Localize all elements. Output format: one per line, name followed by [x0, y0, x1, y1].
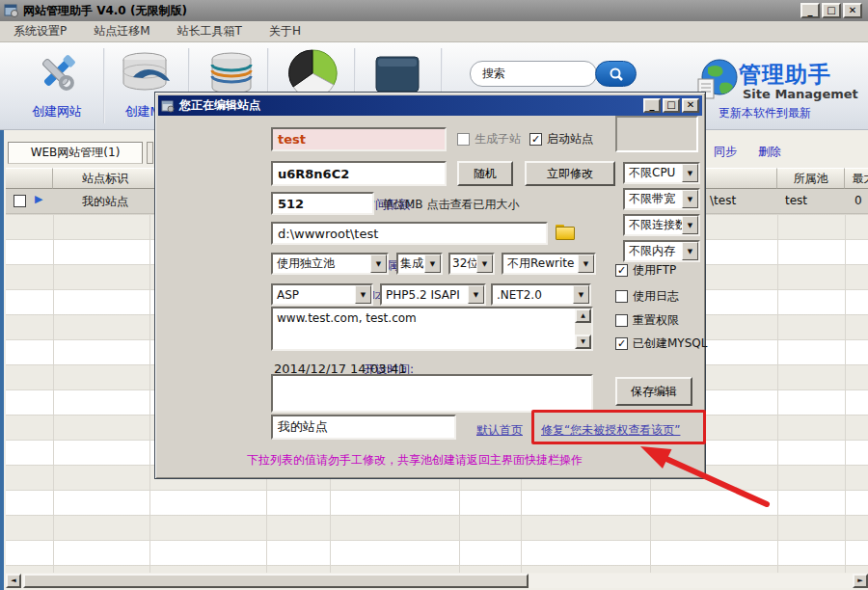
save-edit-button[interactable]: 保存编辑 — [615, 377, 692, 406]
dialog-close-button[interactable]: ✕ — [682, 98, 699, 113]
dialog-titlebar: 您正在编辑站点 _ □ ✕ — [158, 95, 702, 116]
window-titlebar: 网站管理助手 V4.0 (无限制版) _ □ ✕ — [0, 0, 868, 21]
menubar: 系统设置P 站点迁移M 站长工具箱T 关于H — [0, 21, 868, 42]
row-path: \test — [710, 194, 736, 207]
preview-box — [615, 116, 698, 152]
quota-hint[interactable]: 单位MB 点击查看已用大小 — [382, 197, 519, 213]
chevron-down-icon[interactable]: ▼ — [682, 190, 698, 208]
checkbox-box[interactable] — [615, 314, 628, 327]
chevron-down-icon[interactable]: ▼ — [424, 255, 441, 273]
select-value: 不限带宽 — [625, 191, 682, 207]
random-password-button[interactable]: 随机 — [457, 161, 513, 186]
ftp-password-input[interactable]: u6R8n6C2 — [271, 161, 447, 186]
php-select[interactable]: PHP5.2 ISAPI ▼ — [380, 283, 486, 306]
select-value: 不限连接数 — [625, 217, 682, 233]
window-maximize-button[interactable]: □ — [822, 3, 841, 18]
scrollbar-thumb[interactable] — [23, 574, 529, 588]
menu-site-migration[interactable]: 站点迁移M — [94, 23, 149, 40]
select-value: 不限CPU — [625, 165, 682, 181]
window-minimize-button[interactable]: _ — [800, 3, 820, 18]
chevron-down-icon[interactable]: ▼ — [370, 255, 387, 273]
tab-web-site-management[interactable]: WEB网站管理(1) — [8, 142, 143, 164]
scroll-left-button[interactable]: ◄ — [6, 574, 21, 588]
action-sync-link[interactable]: 同步 — [714, 144, 737, 160]
dialog-maximize-button[interactable]: □ — [663, 98, 680, 113]
bind-domain-textarea[interactable]: www.test.com, test.com ▲ ▼ — [271, 307, 593, 351]
app-window: 网站管理助手 V4.0 (无限制版) _ □ ✕ 系统设置P 站点迁移M 站长工… — [0, 0, 868, 590]
search-button[interactable] — [595, 61, 637, 87]
dialog-bottom-hint: 下拉列表的值请勿手工修改，共享池创建请返回主界面快捷栏操作 — [247, 452, 583, 469]
use-ftp-checkbox[interactable]: ✓ 使用FTP — [615, 262, 676, 279]
row-checkbox[interactable] — [14, 195, 26, 207]
checkbox-label: 使用FTP — [633, 262, 676, 279]
open-folder-icon[interactable] — [556, 225, 573, 239]
use-log-checkbox[interactable]: 使用日志 — [615, 288, 679, 305]
checkbox-box[interactable]: ✓ — [615, 264, 628, 277]
modify-now-button[interactable]: 立即修改 — [525, 161, 615, 186]
chevron-down-icon[interactable]: ▼ — [476, 255, 493, 273]
bandwidth-limit-select[interactable]: 不限带宽 ▼ — [623, 188, 700, 210]
action-delete-link[interactable]: 删除 — [758, 144, 781, 160]
select-value: PHP5.2 ISAPI — [382, 288, 468, 302]
asp-select[interactable]: ASP ▼ — [271, 283, 373, 306]
checkbox-box[interactable] — [615, 290, 628, 303]
reset-permission-checkbox[interactable]: 重置权限 — [615, 312, 679, 329]
memory-limit-select[interactable]: 不限内存 ▼ — [623, 240, 700, 262]
default-page-link[interactable]: 默认首页 — [476, 422, 523, 439]
chevron-down-icon[interactable]: ▼ — [468, 285, 484, 304]
grid-line — [777, 214, 778, 573]
checkbox-label: 启动站点 — [547, 131, 593, 148]
table-actions: 同步 删除 — [714, 144, 781, 160]
search-input[interactable]: 搜索 — [470, 61, 597, 87]
pool-select[interactable]: 使用独立池 ▼ — [271, 253, 389, 275]
cpu-limit-select[interactable]: 不限CPU ▼ — [623, 162, 700, 184]
scroll-down-button[interactable]: ▼ — [575, 335, 591, 349]
chevron-down-icon[interactable]: ▼ — [578, 255, 594, 273]
header-max[interactable]: 最大 — [845, 168, 868, 189]
window-left-border — [0, 130, 4, 590]
update-software-link[interactable]: 更新本软件到最新 — [719, 105, 811, 121]
checkbox-box[interactable]: ✓ — [615, 337, 628, 350]
row-play-icon[interactable]: ▶ — [35, 193, 42, 205]
mysql-icon — [120, 50, 174, 96]
menu-webmaster-tools[interactable]: 站长工具箱T — [177, 23, 242, 40]
ftp-quota-input[interactable]: 512 — [271, 192, 374, 215]
scroll-right-button[interactable]: ► — [853, 574, 868, 588]
ftp-root-input[interactable]: d:\wwwroot\test — [271, 222, 548, 245]
panel-icon — [375, 56, 420, 93]
checkbox-label: 已创建MYSQL — [633, 335, 707, 352]
checkbox-box[interactable]: ✓ — [529, 133, 542, 146]
checkbox-label: 生成子站 — [475, 131, 521, 148]
checkbox-box[interactable] — [457, 133, 470, 146]
site-name-input[interactable]: test — [271, 127, 447, 151]
create-site-button[interactable]: 创建网站 — [14, 50, 100, 121]
window-close-button[interactable]: ✕ — [843, 3, 862, 18]
site-tag-input[interactable]: 我的站点 — [271, 415, 456, 440]
panel-button[interactable] — [368, 56, 426, 95]
select-value: 不限内存 — [625, 243, 682, 259]
dialog-minimize-button[interactable]: _ — [643, 98, 661, 113]
select-value: 32位 — [450, 255, 476, 272]
chevron-down-icon[interactable]: ▼ — [682, 216, 698, 234]
header-pool[interactable]: 所属池 — [777, 168, 845, 189]
bitness-select[interactable]: 32位 ▼ — [448, 253, 495, 275]
pipeline-mode-select[interactable]: 集成 ▼ — [396, 253, 443, 275]
chevron-down-icon[interactable]: ▼ — [682, 242, 698, 260]
dotnet-select[interactable]: .NET2.0 ▼ — [491, 283, 591, 306]
menu-system-settings[interactable]: 系统设置P — [14, 23, 67, 40]
remark-textarea[interactable] — [271, 374, 593, 413]
connection-limit-select[interactable]: 不限连接数 ▼ — [623, 214, 700, 236]
row-pool: test — [785, 194, 807, 207]
generate-subsite-checkbox[interactable]: 生成子站 — [457, 131, 521, 148]
chevron-down-icon[interactable]: ▼ — [573, 285, 589, 304]
tools-icon — [31, 50, 83, 96]
dialog-icon — [161, 99, 175, 113]
mysql-created-checkbox[interactable]: ✓ 已创建MYSQL — [615, 335, 707, 352]
header-checkbox-col[interactable] — [6, 168, 53, 189]
chevron-down-icon[interactable]: ▼ — [355, 285, 371, 304]
scroll-up-button[interactable]: ▲ — [575, 308, 591, 323]
start-site-checkbox[interactable]: ✓ 启动站点 — [529, 131, 593, 148]
rewrite-select[interactable]: 不用Rewrite ▼ — [502, 253, 596, 275]
chevron-down-icon[interactable]: ▼ — [682, 164, 698, 182]
menu-about[interactable]: 关于H — [269, 23, 301, 40]
